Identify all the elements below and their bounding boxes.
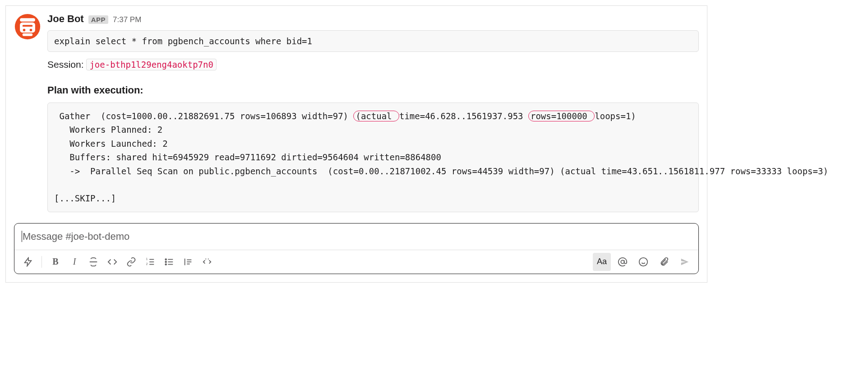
svg-rect-6: [23, 33, 33, 36]
codeblock-button[interactable]: [198, 253, 216, 271]
session-label: Session:: [47, 59, 84, 70]
blockquote-icon: [183, 257, 193, 267]
plan-title: Plan with execution:: [47, 84, 699, 96]
svg-rect-2: [20, 18, 35, 22]
send-icon: [680, 257, 690, 267]
app-badge: APP: [88, 15, 108, 24]
smile-icon: [638, 257, 648, 267]
svg-rect-1: [20, 23, 35, 33]
send-button[interactable]: [676, 253, 694, 271]
plan-line-4: Buffers: shared hit=6945929 read=9711692…: [54, 152, 441, 162]
paperclip-icon: [659, 257, 669, 267]
quote-button[interactable]: [179, 253, 197, 271]
command-code-block: explain select * from pgbench_accounts w…: [47, 30, 699, 52]
toolbar-separator: [42, 256, 42, 268]
format-toggle-label: Aa: [597, 257, 607, 266]
message-header: Joe Bot APP 7:37 PM: [47, 13, 699, 25]
bullet-list-button[interactable]: [160, 253, 178, 271]
attach-button[interactable]: [655, 253, 673, 271]
plan-line-2: Workers Planned: 2: [54, 125, 162, 135]
format-toggle-button[interactable]: Aa: [593, 253, 611, 271]
link-button[interactable]: [122, 253, 140, 271]
message-body: Joe Bot APP 7:37 PM explain select * fro…: [47, 13, 699, 212]
code-button[interactable]: [103, 253, 121, 271]
svg-point-16: [165, 259, 166, 260]
code-icon: [107, 257, 117, 267]
svg-text:2: 2: [146, 262, 148, 266]
svg-text:1: 1: [146, 257, 148, 261]
strike-button[interactable]: [84, 253, 102, 271]
plan-line-1b: time=46.628..1561937.953: [399, 111, 528, 121]
sender-name[interactable]: Joe Bot: [47, 13, 84, 25]
plan-line-1c: loops=1): [595, 111, 636, 121]
slack-message-view: Joe Bot APP 7:37 PM explain select * fro…: [5, 5, 707, 283]
plan-line-3: Workers Launched: 2: [54, 139, 168, 149]
svg-point-17: [165, 261, 166, 262]
composer-placeholder: Message #joe-bot-demo: [23, 231, 129, 242]
composer-toolbar: B I 12: [14, 250, 698, 274]
svg-point-5: [30, 29, 32, 32]
mention-button[interactable]: [614, 253, 632, 271]
bullet-list-icon: [164, 257, 174, 267]
svg-point-4: [23, 29, 26, 32]
strikethrough-icon: [88, 257, 98, 267]
message-timestamp[interactable]: 7:37 PM: [113, 15, 141, 24]
highlight-actual: (actual: [353, 111, 399, 121]
highlight-rows: rows=100000: [528, 111, 595, 121]
shortcuts-button[interactable]: [19, 253, 37, 271]
code-block-icon: [202, 257, 212, 267]
bold-button[interactable]: B: [46, 253, 65, 271]
ordered-list-button[interactable]: 12: [141, 253, 159, 271]
lightning-icon: [23, 257, 33, 267]
italic-icon: I: [73, 256, 76, 267]
session-line: Session: joe-bthp1l29eng4aoktp7n0: [47, 59, 699, 70]
plan-line-7: [...SKIP...]: [54, 193, 116, 203]
svg-point-18: [165, 264, 166, 265]
plan-code-block: Gather (cost=1000.00..21882691.75 rows=1…: [47, 102, 699, 212]
session-id[interactable]: joe-bthp1l29eng4aoktp7n0: [86, 59, 217, 70]
bold-icon: B: [52, 256, 58, 267]
message-composer[interactable]: Message #joe-bot-demo B I: [14, 223, 699, 274]
svg-rect-3: [23, 25, 33, 27]
composer-input[interactable]: Message #joe-bot-demo: [14, 224, 698, 250]
message: Joe Bot APP 7:37 PM explain select * fro…: [14, 13, 699, 212]
svg-point-26: [639, 258, 647, 266]
italic-button[interactable]: I: [65, 253, 83, 271]
svg-point-25: [621, 260, 624, 263]
at-icon: [618, 257, 628, 267]
emoji-button[interactable]: [634, 253, 652, 271]
robot-avatar-icon: [14, 13, 41, 40]
bot-avatar: [14, 13, 41, 40]
plan-line-5: -> Parallel Seq Scan on public.pgbench_a…: [54, 166, 828, 176]
plan-line-1a: Gather (cost=1000.00..21882691.75 rows=1…: [54, 111, 353, 121]
link-icon: [126, 257, 136, 267]
ordered-list-icon: 12: [145, 257, 155, 267]
